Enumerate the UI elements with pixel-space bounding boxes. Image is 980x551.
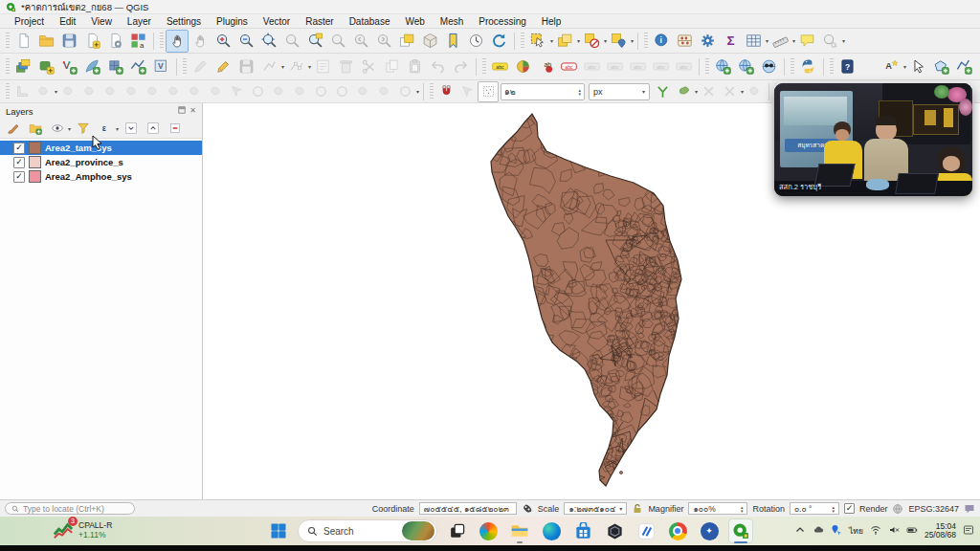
lock-scale-icon[interactable] — [632, 503, 643, 515]
panel-close-icon[interactable]: ✕ — [189, 106, 196, 116]
wifi-icon[interactable] — [870, 524, 881, 538]
taskbar-search[interactable]: Search — [298, 519, 437, 542]
layer-labeling-rules-button[interactable]: abc — [557, 55, 580, 78]
add-wfs-layer-button[interactable] — [734, 55, 757, 78]
manage-map-themes-dropdown-icon[interactable]: ▾ — [68, 125, 71, 132]
osm-place-search-dropdown-icon[interactable]: ▾ — [842, 37, 845, 44]
filter-legend-button[interactable] — [74, 119, 93, 138]
menu-project[interactable]: Project — [8, 16, 51, 27]
search-daily-image[interactable] — [402, 521, 434, 540]
style-manager-button[interactable]: a — [126, 30, 149, 53]
coordinate-input[interactable]: ๗๐๕๕๔๕, ๑๕๘๕๒๐๒๓ — [419, 502, 517, 515]
new-mesh-layer-button[interactable] — [103, 55, 126, 78]
extents-icon[interactable] — [522, 503, 533, 515]
language-indicator[interactable]: ไทย — [849, 524, 863, 538]
stock-widget[interactable]: 3 CPALL-R +1.11% — [53, 519, 112, 540]
line-annotation-button[interactable] — [952, 55, 975, 78]
zoom-to-layer-button[interactable] — [303, 30, 326, 53]
expand-all-button[interactable] — [122, 119, 141, 138]
temporal-controller-button[interactable] — [464, 30, 487, 53]
open-layer-styling-button[interactable] — [4, 119, 23, 138]
identify-features-button[interactable]: i — [650, 30, 673, 53]
locator-input[interactable]: Type to locate (Ctrl+K) — [5, 502, 135, 515]
taskbar-app-edge[interactable] — [539, 518, 564, 543]
taskbar-app-task-view[interactable] — [444, 518, 469, 543]
new-shapefile-layer-button[interactable]: V — [57, 55, 80, 78]
collapse-all-button[interactable] — [144, 119, 163, 138]
layer-item-Area2_province_s[interactable]: ✓Area2_province_s — [0, 155, 202, 169]
crs-globe-icon[interactable] — [892, 503, 903, 515]
new-spatialite-layer-button[interactable] — [80, 55, 103, 78]
remove-layer-button[interactable] — [166, 119, 185, 138]
help-contents-button[interactable]: ? — [835, 55, 858, 78]
add-wms-layer-button[interactable] — [711, 55, 734, 78]
volume-muted-icon[interactable] — [888, 524, 900, 538]
show-statistical-summary-button[interactable]: Σ — [719, 30, 742, 53]
zoom-full-extent-button[interactable] — [257, 30, 280, 53]
menu-vector[interactable]: Vector — [256, 16, 297, 27]
add-group-button[interactable] — [26, 119, 45, 138]
new-print-layout-button[interactable] — [80, 30, 103, 53]
tray-clock[interactable]: 15:0425/08/68 — [924, 522, 956, 540]
highlight-pinned-labels-button[interactable]: ab — [534, 55, 557, 78]
select-features-by-value-button[interactable] — [553, 30, 576, 53]
select-by-location-button[interactable] — [607, 30, 630, 53]
onedrive-icon[interactable] — [813, 524, 824, 538]
new-virtual-layer-button[interactable]: V — [149, 55, 172, 78]
snapping-tolerance-spin[interactable]: ๑๒▴▾ — [501, 83, 585, 100]
python-console-button[interactable] — [796, 55, 819, 78]
scale-combo[interactable]: ๑:๒๗๓๕๑๐๔▾ — [564, 502, 627, 515]
layer-diagrams-button[interactable] — [511, 55, 534, 78]
taskbar-app-blue-circle-app[interactable]: ✦ — [697, 518, 722, 543]
new-3d-map-view-button[interactable] — [418, 30, 441, 53]
panel-float-icon[interactable] — [178, 106, 186, 116]
new-gpx-layer-button[interactable] — [126, 55, 149, 78]
menu-layer[interactable]: Layer — [121, 16, 158, 27]
zoom-out-button[interactable] — [234, 30, 257, 53]
data-source-manager-button[interactable] — [11, 55, 34, 78]
menu-mesh[interactable]: Mesh — [434, 16, 470, 27]
layer-checkbox[interactable]: ✓ — [13, 171, 25, 183]
taskbar-app-hexagon-app[interactable] — [602, 518, 627, 543]
open-field-calculator-button[interactable] — [673, 30, 696, 53]
deselect-features-button[interactable] — [580, 30, 603, 53]
menu-processing[interactable]: Processing — [472, 16, 532, 27]
menu-edit[interactable]: Edit — [53, 16, 82, 27]
open-attribute-table-button[interactable] — [742, 30, 765, 53]
menu-web[interactable]: Web — [398, 16, 431, 27]
notification-center-icon[interactable] — [963, 524, 974, 538]
taskbar-app-microsoft-store[interactable] — [570, 518, 595, 543]
save-project-button[interactable] — [57, 30, 80, 53]
taskbar-app-file-explorer[interactable] — [507, 518, 532, 543]
processing-toolbox-button[interactable] — [696, 30, 719, 53]
new-project-button[interactable] — [11, 30, 34, 53]
menu-database[interactable]: Database — [343, 16, 397, 27]
taskbar-app-start[interactable] — [266, 518, 291, 543]
chevron-up-icon[interactable] — [794, 524, 806, 538]
marker-annotation-button[interactable] — [975, 55, 980, 78]
video-overlay[interactable]: สมุทรสาคร สสก.2 ราชบุรี — [774, 83, 972, 196]
taskbar-app-diagonal-lines-app[interactable] — [634, 518, 658, 543]
show-layout-manager-button[interactable] — [103, 30, 126, 53]
render-checkbox[interactable]: ✓ — [844, 503, 855, 514]
avoid-overlap-button[interactable] — [673, 81, 694, 102]
new-map-view-button[interactable] — [395, 30, 418, 53]
messages-icon[interactable] — [964, 503, 975, 515]
layer-labeling-button[interactable]: abc — [488, 55, 511, 78]
rotation-spin[interactable]: ๐.๐ °▴▾ — [790, 502, 839, 515]
annotation-layer-button[interactable]: A — [880, 55, 902, 78]
layer-checkbox[interactable]: ✓ — [13, 157, 25, 168]
self-snapping-button[interactable] — [478, 81, 499, 102]
show-spatial-bookmarks-button[interactable] — [441, 30, 464, 53]
open-project-button[interactable] — [34, 30, 57, 53]
menu-help[interactable]: Help — [535, 16, 568, 27]
menu-view[interactable]: View — [84, 16, 119, 27]
enable-snapping-button[interactable] — [435, 81, 457, 102]
toggle-editing-button[interactable] — [212, 55, 234, 78]
map-tips-button[interactable] — [795, 30, 818, 53]
refresh-map-button[interactable] — [487, 30, 510, 53]
taskbar-app-chrome[interactable] — [665, 518, 690, 543]
rotate-point-symbols-dropdown-icon[interactable]: ▾ — [416, 88, 419, 95]
menu-settings[interactable]: Settings — [160, 16, 208, 27]
select-features-button[interactable] — [526, 30, 549, 53]
